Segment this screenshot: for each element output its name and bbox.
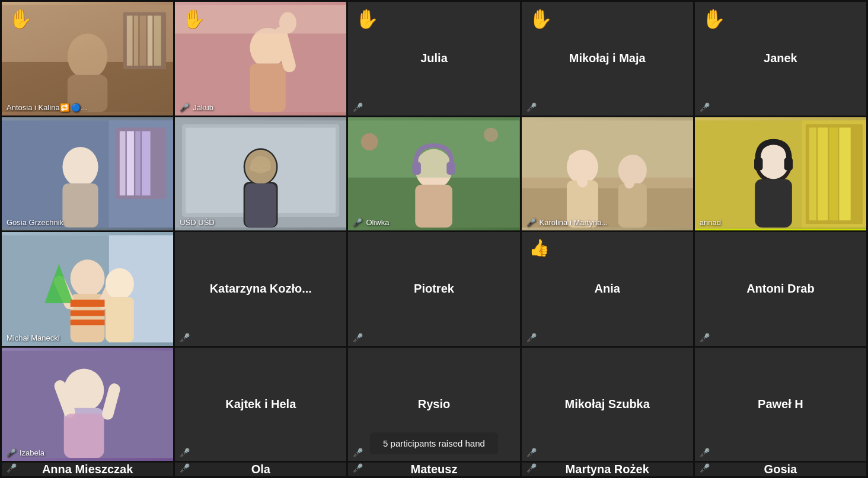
svg-rect-26 — [142, 131, 150, 195]
tile-antoni[interactable]: Antoni Drab 🎤 — [695, 232, 866, 346]
tile-name-janek: Janek — [758, 52, 803, 65]
svg-rect-61 — [829, 127, 837, 220]
svg-rect-46 — [348, 120, 519, 177]
thumbs-up-icon-ania: 👍 — [529, 238, 550, 258]
tile-name-piotrek: Piotrek — [408, 282, 460, 296]
tile-gosia2[interactable]: Gosia 🎤 — [695, 463, 866, 476]
svg-rect-25 — [135, 131, 140, 195]
svg-rect-53 — [618, 183, 646, 227]
svg-rect-9 — [154, 15, 161, 65]
tile-name-julia: Julia — [414, 52, 454, 65]
tile-martyna[interactable]: Martyna Rożek 🎤 — [522, 463, 693, 476]
svg-rect-21 — [62, 183, 98, 227]
tile-michal[interactable]: Michał Manecki — [2, 232, 173, 346]
svg-rect-64 — [755, 179, 792, 227]
svg-rect-66 — [754, 158, 762, 171]
tile-mateusz[interactable]: Mateusz 🎤 — [348, 463, 519, 476]
svg-rect-23 — [120, 131, 126, 195]
mute-icon-anna: 🎤 — [7, 463, 17, 473]
tile-ania[interactable]: 👍 Ania 🎤 — [522, 232, 693, 346]
mute-icon-mateusz: 🎤 — [353, 463, 363, 473]
svg-point-76 — [106, 268, 134, 300]
svg-rect-67 — [784, 158, 792, 171]
tile-name-izabela: 🎤 Izabela — [7, 448, 44, 457]
svg-rect-87 — [64, 413, 104, 458]
tile-name-ola: Ola — [245, 463, 276, 476]
tile-name-mikolaj-szubka: Mikołaj Szubka — [559, 397, 656, 411]
svg-rect-78 — [71, 300, 105, 307]
tile-name-gosia: Gosia Grzechnik — [7, 218, 63, 227]
mute-icon-ania: 🎤 — [526, 333, 537, 342]
svg-point-36 — [245, 149, 276, 184]
tile-oliwka[interactable]: 🎤 Oliwka — [348, 117, 519, 231]
tile-name-jakub: 🎤 Jakub — [180, 103, 213, 112]
raised-hand-icon-janek: ✋ — [702, 8, 726, 30]
svg-rect-7 — [140, 15, 146, 65]
raised-hand-icon-julia: ✋ — [355, 8, 379, 30]
mute-icon-ola: 🎤 — [180, 463, 190, 473]
tile-katarzyna[interactable]: Katarzyna Kozło... 🎤 — [175, 232, 346, 346]
tile-name-gosia2: Gosia — [758, 463, 803, 476]
tile-name-michal: Michał Manecki — [7, 333, 60, 342]
tile-name-mikolaj-maja: Mikołaj i Maja — [563, 52, 652, 65]
tile-janek[interactable]: ✋ Janek 🎤 — [695, 2, 866, 116]
svg-rect-49 — [522, 177, 693, 188]
raised-hand-icon: ✋ — [9, 8, 33, 30]
tile-mikolaj-szubka[interactable]: Mikołaj Szubka 🎤 — [522, 348, 693, 461]
svg-rect-62 — [839, 127, 850, 220]
tile-name-katarzyna: Katarzyna Kozło... — [204, 282, 318, 296]
tile-jakub[interactable]: ✋ 🎤 Jakub — [175, 2, 346, 116]
raised-hand-icon-mikolaj: ✋ — [529, 8, 553, 30]
tile-name-anna: Anna Mieszczak — [36, 463, 139, 476]
svg-rect-8 — [148, 15, 152, 65]
tile-annad[interactable]: annad — [695, 117, 866, 231]
notification-text: 5 participants raised hand — [383, 438, 485, 448]
mute-icon-janek: 🎤 — [700, 102, 710, 112]
raised-hand-icon-jakub: ✋ — [182, 8, 206, 30]
video-grid: ✋ Antosia i Kalina🔁 🔵... ✋ 🎤 Jakub — [0, 0, 868, 478]
annad-speaking-bar — [695, 229, 866, 230]
svg-rect-59 — [809, 127, 816, 220]
tile-anna[interactable]: Anna Mieszczak 🎤 — [2, 463, 173, 476]
svg-rect-80 — [71, 320, 105, 326]
svg-rect-77 — [106, 297, 134, 342]
svg-point-20 — [62, 146, 98, 186]
mute-icon-pawel: 🎤 — [700, 448, 710, 457]
tile-name-pawel: Paweł H — [752, 397, 809, 411]
tile-izabela[interactable]: 🎤 Izabela — [2, 348, 173, 461]
mute-icon-gosia2: 🎤 — [700, 463, 710, 473]
tile-name-antosia: Antosia i Kalina🔁 🔵... — [7, 103, 87, 112]
mute-icon-antoni: 🎤 — [700, 333, 710, 342]
mute-icon-piotrek: 🎤 — [353, 333, 363, 342]
tile-name-kajtek: Kajtek i Hela — [219, 397, 302, 411]
tile-name-usd: UŚD UŚD — [180, 218, 215, 227]
tile-mikolaj-maja[interactable]: ✋ Mikołaj i Maja 🎤 — [522, 2, 693, 116]
tile-ola[interactable]: Ola 🎤 — [175, 463, 346, 476]
svg-rect-13 — [250, 63, 286, 112]
tile-karolina[interactable]: 🎤 Karolina i Martyna... — [522, 117, 693, 231]
tile-antosia[interactable]: ✋ Antosia i Kalina🔁 🔵... — [2, 2, 173, 116]
mute-icon-rysio: 🎤 — [353, 448, 363, 457]
mute-icon-mikolaj-szubka: 🎤 — [526, 448, 537, 457]
mute-icon-martyna: 🎤 — [526, 463, 537, 473]
tile-piotrek[interactable]: Piotrek 🎤 — [348, 232, 519, 346]
svg-rect-6 — [134, 15, 138, 65]
mute-icon-mikolaj: 🎤 — [526, 102, 537, 112]
tile-julia[interactable]: ✋ Julia 🎤 — [348, 2, 519, 116]
svg-rect-41 — [416, 184, 453, 227]
tile-name-karolina: 🎤 Karolina i Martyna... — [526, 218, 608, 227]
svg-rect-37 — [245, 183, 276, 227]
tile-kajtek[interactable]: Kajtek i Hela 🎤 — [175, 348, 346, 461]
tile-name-ania: Ania — [589, 282, 626, 296]
tile-gosia[interactable]: Gosia Grzechnik — [2, 117, 173, 231]
svg-point-71 — [71, 259, 105, 297]
svg-rect-60 — [818, 127, 828, 220]
notification-bar: 5 participants raised hand — [370, 432, 498, 454]
svg-point-2 — [68, 34, 107, 79]
tile-name-antoni: Antoni Drab — [741, 282, 820, 296]
tile-pawel[interactable]: Paweł H 🎤 — [695, 348, 866, 461]
tile-usd[interactable]: UŚD UŚD — [175, 117, 346, 231]
svg-rect-79 — [71, 310, 105, 316]
mute-icon-kajtek: 🎤 — [180, 448, 190, 457]
tile-name-rysio: Rysio — [412, 397, 456, 411]
